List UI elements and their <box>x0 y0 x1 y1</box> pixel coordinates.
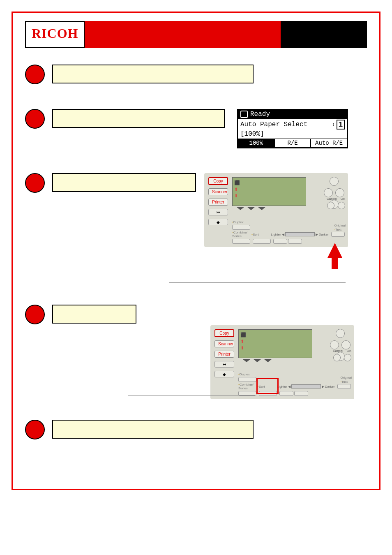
cancel-label: Cancel <box>333 349 343 353</box>
softkey-auto-re[interactable]: Auto R/E <box>311 139 347 148</box>
nav-up-button[interactable] <box>330 177 339 186</box>
darker-button[interactable] <box>288 239 302 244</box>
original-button[interactable] <box>331 232 345 237</box>
density-bar <box>285 232 315 236</box>
mode-printer-button[interactable]: Printer <box>214 351 234 358</box>
step-2: Ready Auto Paper Select ↕ 1 [100%] 100% … <box>25 109 367 148</box>
darker-button[interactable] <box>294 391 308 396</box>
mode-icon-2[interactable]: ◆ <box>214 371 234 377</box>
darker-label: Darker <box>319 233 329 236</box>
darker-label: Darker <box>325 385 335 388</box>
softkey-100[interactable]: 100% <box>238 139 274 148</box>
header-bar-black <box>281 21 367 48</box>
step-circle <box>25 305 45 324</box>
mode-column: Copy Scanner Printer ↦ ◆ <box>214 329 234 377</box>
cancel-button[interactable] <box>327 202 334 209</box>
step-circle <box>25 109 45 129</box>
mode-icon-2[interactable]: ◆ <box>208 219 228 225</box>
mode-copy-button[interactable]: Copy <box>214 329 234 337</box>
original-button[interactable] <box>337 384 351 389</box>
header-bar-red <box>85 21 281 48</box>
lcd-copies: 1 <box>337 120 345 130</box>
instruction-box <box>52 109 225 128</box>
lcd-softkeys: 100% R/E Auto R/E <box>238 139 347 148</box>
updown-icon: ↕ <box>332 122 335 127</box>
mode-column: Copy Scanner Printer ↦ ◆ <box>208 177 228 225</box>
duplex-label: Duplex <box>240 372 250 376</box>
step-circle <box>25 65 45 84</box>
status-icon: ⬆ <box>240 345 245 350</box>
header-bars <box>85 21 367 48</box>
logo-text: RICOH <box>32 26 78 41</box>
step-5 <box>25 420 367 439</box>
nav-up-button[interactable] <box>336 329 345 338</box>
lighter-button[interactable] <box>273 239 287 244</box>
combine-button[interactable] <box>232 239 250 244</box>
tab-arrow-icon <box>253 359 261 362</box>
lcd-zoom-text: [100%] <box>240 130 264 138</box>
step-3: Copy Scanner Printer ↦ ◆ ⬛ ⬆ ⬆ <box>25 173 367 247</box>
lighter-button[interactable] <box>279 391 293 396</box>
arrow-stem <box>332 257 338 269</box>
nav-left-button[interactable] <box>330 340 339 349</box>
nav-right-button[interactable] <box>341 340 350 349</box>
cancel-button[interactable] <box>333 354 341 361</box>
sort-button[interactable] <box>253 239 271 244</box>
connector-line <box>128 324 128 395</box>
duplex-button[interactable] <box>238 377 256 382</box>
panel-lcd: ⬛ ⬆ ⬆ <box>238 329 312 358</box>
mode-icon-1[interactable]: ↦ <box>208 209 228 215</box>
step-4: Copy Scanner Printer ↦ ◆ ⬛ ⬆ ⬆ <box>25 305 367 399</box>
connector-line <box>169 282 346 283</box>
step-circle <box>25 420 45 439</box>
combine-label: Combine/ Series <box>238 383 254 390</box>
cancel-label: Cancel <box>327 197 337 201</box>
status-icon: ⬆ <box>234 193 239 198</box>
step-1 <box>25 65 367 84</box>
mode-printer-button[interactable]: Printer <box>208 199 228 206</box>
tab-arrow-icon <box>258 207 266 210</box>
nav-labels: Cancel OK <box>333 349 352 362</box>
tab-arrow-icon <box>236 207 244 210</box>
mode-icon-1[interactable]: ↦ <box>214 361 234 368</box>
lighter-label: Lighter <box>271 233 281 236</box>
lcd-ready-row: Ready <box>238 110 347 119</box>
instruction-box <box>52 305 136 324</box>
panel-bottom-row: ◦Duplex ◦Combine/ Series ◦Sort Lighter ◀ <box>232 220 345 244</box>
lcd-paper-text: Auto Paper Select <box>240 121 307 128</box>
tab-arrow-icon <box>247 207 255 210</box>
instruction-box <box>52 65 254 83</box>
combine-label: Combine/ Series <box>232 231 247 238</box>
mode-scanner-button[interactable]: Scanner <box>208 188 228 195</box>
control-panel: Copy Scanner Printer ↦ ◆ ⬛ ⬆ ⬆ <box>204 173 348 247</box>
mode-scanner-button[interactable]: Scanner <box>214 340 234 347</box>
page-frame: RICOH Ready Auto Paper Select ↕ <box>12 12 380 490</box>
status-icon: ⬛ <box>234 180 239 185</box>
density-control: Lighter ◀ ▶ Darker <box>271 232 328 236</box>
density-control: Lighter ◀ ▶ Darker <box>277 384 334 388</box>
instruction-box <box>52 173 196 192</box>
duplex-label: Duplex <box>233 220 244 224</box>
ok-button[interactable] <box>344 354 351 361</box>
status-icon: ⬆ <box>240 339 245 344</box>
mode-copy-button[interactable]: Copy <box>208 177 228 185</box>
status-icon: ⬆ <box>234 187 239 192</box>
softkey-re[interactable]: R/E <box>274 139 311 148</box>
duplex-button[interactable] <box>232 225 250 230</box>
nav-left-button[interactable] <box>324 188 333 197</box>
tab-arrow-icon <box>264 359 272 362</box>
ok-label: OK <box>341 197 346 201</box>
ok-label: OK <box>347 349 352 353</box>
connector-line <box>169 192 169 282</box>
tab-arrow-icon <box>242 359 251 362</box>
lcd-screen: Ready Auto Paper Select ↕ 1 [100%] 100% … <box>237 109 348 148</box>
ok-button[interactable] <box>338 202 345 209</box>
header: RICOH <box>25 21 367 48</box>
logo-box: RICOH <box>25 21 85 48</box>
instruction-box <box>52 420 254 439</box>
sort-label: Sort <box>253 233 259 236</box>
connector-line <box>128 395 255 395</box>
nav-labels: Cancel OK <box>327 197 346 210</box>
nav-right-button[interactable] <box>335 188 344 197</box>
lcd-zoom-row: [100%] <box>238 130 347 139</box>
